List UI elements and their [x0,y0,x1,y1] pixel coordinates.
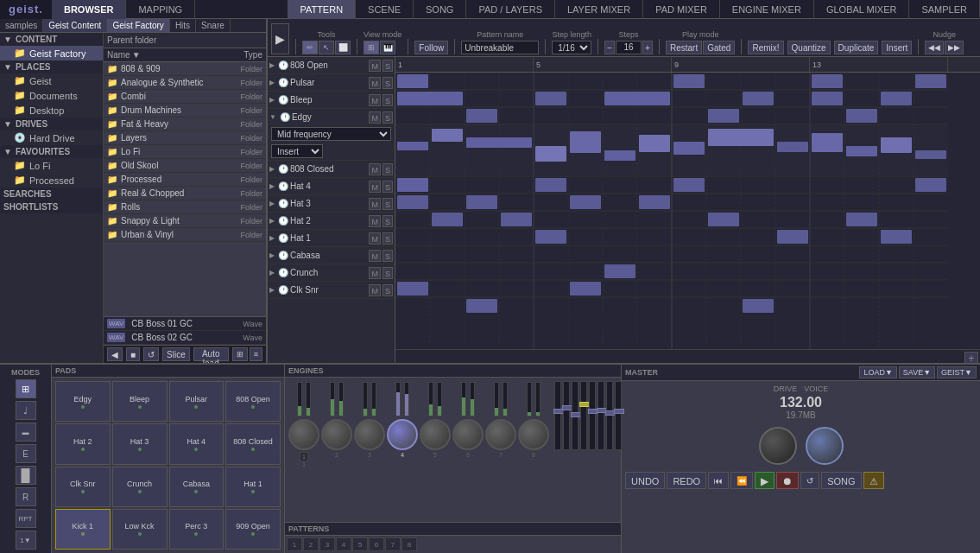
nudge-left-button[interactable]: ◀◀ [925,41,944,54]
list-item[interactable]: 📁 Snappy & Light Folder [104,214,266,228]
list-item[interactable]: 📁 Combi Folder [104,90,266,104]
fader-7[interactable] [606,381,613,450]
track-mute-hat3[interactable]: M [369,198,381,210]
nav-tab-layer-mixer[interactable]: LAYER MIXER [555,0,643,19]
pad-hat1[interactable]: Hat 1 [225,467,281,507]
track-mute-crunch[interactable]: M [369,267,381,279]
pattern-slot[interactable]: 1 [287,537,302,551]
list-item[interactable]: 📁 Layers Folder [104,131,266,145]
prev-transport-button[interactable]: ⏮ [708,472,729,489]
nav-tab-scene[interactable]: SCENE [356,0,414,19]
browser-tab-geist-factory[interactable]: Geist Factory [107,19,169,32]
track-play-edgy[interactable]: ▼ [269,113,276,121]
nav-tab-mapping[interactable]: MAPPING [126,0,195,19]
content-section-header[interactable]: ▼ CONTENT [0,33,103,46]
fader-2[interactable] [563,381,570,450]
loop-transport-button[interactable]: ↺ [800,472,819,489]
grid-view-mode[interactable]: ⊞ [364,41,379,54]
track-solo-bleep[interactable]: S [383,94,393,106]
track-play-pulsar[interactable]: ▶ [269,79,275,86]
engine-knob-3[interactable] [354,419,385,450]
track-play-crunch[interactable]: ▶ [269,269,275,276]
fader-6[interactable] [597,381,604,450]
sidebar-item-lo-fi[interactable]: 📁 Lo Fi [0,158,103,173]
track-mute-808-open[interactable]: M [369,60,381,72]
browser-tab-hits[interactable]: Hits [170,19,196,32]
track-mute-bleep[interactable]: M [369,94,381,106]
favourites-section-header[interactable]: ▼ FAVOURITES [0,145,103,158]
step-length-select[interactable]: 1/16 [552,41,591,54]
nav-tab-browser[interactable]: BROWSER [52,0,126,19]
play-button[interactable]: ▶ [271,23,289,54]
list-item[interactable]: 📁 Old Skool Folder [104,159,266,173]
sidebar-item-desktop[interactable]: 📁 Desktop [0,103,103,118]
warning-button[interactable]: ⚠ [863,472,884,489]
redo-button[interactable]: REDO [667,472,706,489]
track-solo-hat2[interactable]: S [383,215,393,227]
pad-909-open[interactable]: 909 Open [225,509,281,550]
track-solo-hat3[interactable]: S [383,198,393,210]
pad-low-kck[interactable]: Low Kck [112,509,168,550]
col-header-name[interactable]: Name ▼ [107,50,141,60]
gated-button[interactable]: Gated [703,41,735,54]
drives-section-header[interactable]: ▼ DRIVES [0,118,103,130]
sidebar-item-geist[interactable]: 📁 Geist [0,73,103,88]
fader-8[interactable] [615,381,622,450]
list-item[interactable]: 📁 808 & 909 Folder [104,62,266,76]
shortlists-header[interactable]: SHORTLISTS [0,200,103,213]
insert-button[interactable]: Insert [882,41,912,54]
engine-knob-7[interactable] [485,419,516,450]
stop-button[interactable]: ■ [126,347,140,361]
engine-knob-8[interactable] [518,419,549,450]
track-solo-808-closed[interactable]: S [383,163,393,175]
pad-pulsar[interactable]: Pulsar [169,381,224,422]
track-play-hat1[interactable]: ▶ [269,234,275,242]
save-button[interactable]: SAVE▼ [899,366,935,378]
geist-button[interactable]: GEIST▼ [937,366,977,378]
list-item[interactable]: 📁 Urban & Vinyl Folder [104,228,266,242]
mode-btn-1[interactable]: 1▼ [16,531,36,550]
pad-perc3[interactable]: Perc 3 [169,509,224,550]
mode-btn-r[interactable]: R [16,487,36,506]
track-mute-hat2[interactable]: M [369,215,381,227]
prev-button[interactable]: ◀ [107,347,123,361]
rewind-button[interactable]: ⏪ [730,472,753,489]
pad-clk-snr[interactable]: Clk Snr [55,467,111,507]
mode-btn-rpt[interactable]: RPT [16,509,36,528]
track-solo-cabasa[interactable]: S [383,250,393,262]
list-item[interactable]: 📁 Real & Chopped Folder [104,187,266,200]
searches-header[interactable]: SEARCHES [0,188,103,200]
track-solo-hat4[interactable]: S [383,181,393,193]
file-item[interactable]: WAV CB Boss 02 GC Wave [104,331,266,345]
fader-1[interactable] [554,381,561,450]
list-item[interactable]: 📁 Rolls Folder [104,200,266,214]
add-track-button[interactable]: + [964,352,978,363]
sidebar-item-processed-fav[interactable]: 📁 Processed [0,173,103,188]
pad-808-closed[interactable]: 808 Closed [225,423,281,464]
fader-4[interactable] [580,381,587,450]
nav-tab-pattern[interactable]: PATTERN [288,0,356,19]
nav-tab-pad-layers[interactable]: PAD / LAYERS [466,0,555,19]
sidebar-item-documents[interactable]: 📁 Documents [0,88,103,103]
nav-tab-song[interactable]: SONG [414,0,466,19]
list-item[interactable]: 📁 Lo Fi Folder [104,145,266,159]
mode-btn-grid[interactable]: ⊞ [16,379,36,398]
engine-knob-5[interactable] [420,419,451,450]
track-solo-clk-snr[interactable]: S [383,284,393,296]
browser-tab-samples[interactable]: samples [0,19,43,32]
track-play-cabasa[interactable]: ▶ [269,251,275,259]
nav-tab-global-mixer[interactable]: GLOBAL MIXER [814,0,910,19]
track-play-clk-snr[interactable]: ▶ [269,286,275,294]
piano-view-mode[interactable]: 🎹 [380,41,395,54]
pattern-slot[interactable]: 4 [336,537,351,551]
list-item[interactable]: 📁 Drum Machines Folder [104,104,266,118]
pad-hat3[interactable]: Hat 3 [112,423,168,464]
duplicate-button[interactable]: Duplicate [834,41,879,54]
track-play-808-closed[interactable]: ▶ [269,165,275,173]
fader-3[interactable] [572,381,579,450]
track-play-hat4[interactable]: ▶ [269,182,275,190]
track-solo-pulsar[interactable]: S [383,77,393,89]
track-mute-edgy[interactable]: M [369,111,381,124]
mode-btn-fill[interactable]: █ [16,466,36,485]
mode-btn-bar[interactable]: ▬ [16,423,36,442]
